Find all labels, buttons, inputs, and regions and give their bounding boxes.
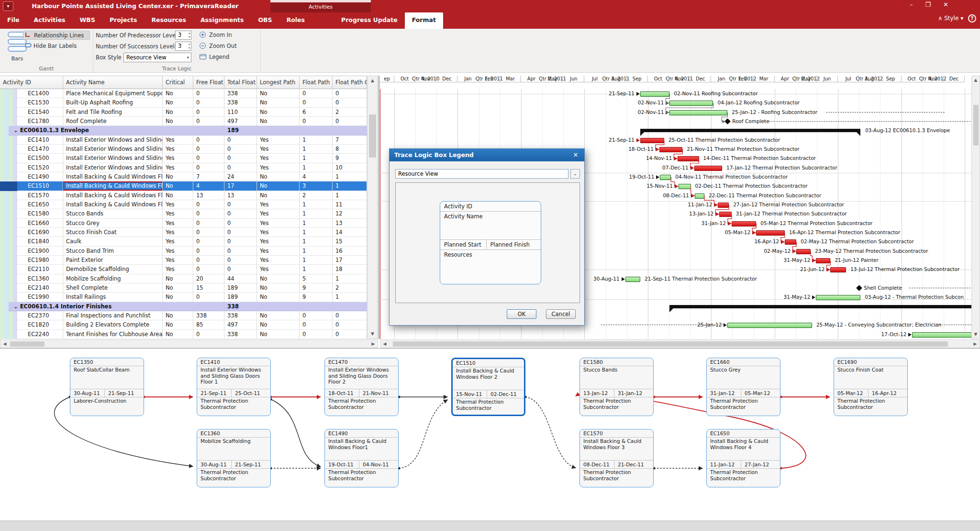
cell-total[interactable]: 497 <box>224 117 257 126</box>
cell-name[interactable]: Install Backing & Cauld Windows Floor1 <box>63 172 163 181</box>
scroll-right-icon[interactable]: ▶ <box>369 340 377 347</box>
table-row-EC1470[interactable]: EC1470Install Exterior Windows and Slidi… <box>0 145 367 154</box>
cell-fpo[interactable]: 0 <box>333 330 367 339</box>
box-style-dropdown[interactable]: Resource View▾ <box>123 53 191 62</box>
cell-critical[interactable]: Yes <box>163 219 193 228</box>
cell-total[interactable]: 338 <box>224 330 257 339</box>
cell-id[interactable]: EC1470 <box>25 145 63 154</box>
trace-box-EC1360[interactable]: EC1360Mobilize Scaffolding30-Aug-1121-Se… <box>197 429 271 487</box>
cell-name[interactable]: Paint Exterior <box>63 256 163 265</box>
cell-name[interactable]: Stucco Band Trim <box>63 247 163 256</box>
cell-id[interactable]: EC1580 <box>25 209 63 218</box>
table-row-EC1840[interactable]: EC1840CaulkYes00Yes115 <box>0 237 367 246</box>
cell-name[interactable]: Tenant Finishes for Clubhouse Areas <box>63 330 163 339</box>
cell-free[interactable]: 0 <box>193 209 224 218</box>
scrollbar-thumb[interactable] <box>10 341 45 347</box>
trace-box-EC1660[interactable]: EC1660Stucco Grey31-Jan-1205-Mar-12Therm… <box>706 358 780 416</box>
table-row-EC1570[interactable]: EC1570Install Backing & Cauld Windows Fl… <box>0 191 367 200</box>
cell-critical[interactable]: Yes <box>163 154 193 163</box>
scroll-right-icon[interactable]: ▶ <box>971 340 979 347</box>
cell-fp[interactable]: 1 <box>300 136 333 145</box>
cell-fpo[interactable]: 0 <box>333 311 367 320</box>
cell-name[interactable]: Install Exterior Windows and Sliding Gla… <box>63 154 163 163</box>
cell-name[interactable]: Install Exterior Windows and Sliding Gla… <box>63 163 163 172</box>
bars-button[interactable]: Bars <box>5 56 30 62</box>
cell-fpo[interactable]: 2 <box>333 283 367 293</box>
scrollbar-thumb[interactable] <box>973 105 979 146</box>
scroll-up-icon[interactable]: ▲ <box>368 77 377 85</box>
cell-fpo[interactable]: 13 <box>333 219 367 228</box>
cell-free[interactable]: 0 <box>193 136 224 145</box>
cell-longest[interactable]: Yes <box>257 228 300 237</box>
cancel-button[interactable]: Cancel <box>546 309 576 319</box>
cell-total[interactable]: 0 <box>224 200 257 209</box>
cell-free[interactable]: 0 <box>193 108 224 117</box>
table-row-EC1510[interactable]: EC1510Install Backing & Cauld Windows Fl… <box>0 181 367 191</box>
cell-id[interactable]: EC1990 <box>25 293 63 302</box>
cell-fpo[interactable]: 1 <box>333 172 367 181</box>
cell-critical[interactable]: Yes <box>163 237 193 246</box>
cell-fp[interactable]: 1 <box>300 237 333 246</box>
cell-total[interactable]: 0 <box>224 228 257 237</box>
hide-bar-labels-toggle[interactable]: Hide Bar Labels <box>23 42 84 51</box>
relationship-lines-toggle[interactable]: Relationship Lines <box>23 31 90 40</box>
cell-critical[interactable]: Yes <box>163 163 193 172</box>
cell-fpo[interactable]: 0 <box>333 117 367 126</box>
cell-free[interactable]: 7 <box>193 172 224 181</box>
chevron-down-icon[interactable]: ⌄ <box>570 169 580 179</box>
cell-free[interactable]: 0 <box>193 200 224 209</box>
cell-critical[interactable]: Yes <box>163 228 193 237</box>
cell-id[interactable]: EC1540 <box>25 108 63 117</box>
cell-critical[interactable]: No <box>163 283 193 293</box>
gantt-vertical-scrollbar[interactable]: ▲ ▼ <box>971 76 980 339</box>
cell-fpo[interactable]: 14 <box>333 228 367 237</box>
cell-longest[interactable]: Yes <box>257 200 300 209</box>
cell-id[interactable]: EC1530 <box>25 98 63 107</box>
cell-fpo[interactable]: 0 <box>333 98 367 107</box>
cell-fp[interactable]: 1 <box>300 247 333 256</box>
scroll-up-icon[interactable]: ▲ <box>972 77 979 84</box>
cell-longest[interactable]: No <box>257 274 300 283</box>
cell-longest[interactable]: Yes <box>257 265 300 274</box>
cell-fpo[interactable]: 1 <box>333 293 367 302</box>
style-menu[interactable]: ∧ Style ▾ ? <box>938 14 976 23</box>
table-group-row[interactable]: ⌄ EC00610.1.4 Interior Finishes338 <box>0 302 367 311</box>
cell-name[interactable]: Place Mechanical Equipment Supports <box>63 89 163 98</box>
cell-name[interactable]: Building 2 Elevators Complete <box>63 320 163 329</box>
trace-box-EC1690[interactable]: EC1690Stucco Finish Coat05-Mar-1216-Apr-… <box>834 358 908 416</box>
cell-critical[interactable]: Yes <box>163 265 193 274</box>
cell-fp[interactable]: 1 <box>300 228 333 237</box>
table-row-EC1980[interactable]: EC1980Paint ExteriorYes00Yes117 <box>0 256 367 265</box>
cell-id[interactable]: EC1490 <box>25 172 63 181</box>
table-horizontal-scrollbar[interactable]: ◀ ▶ <box>0 339 378 348</box>
table-row-EC1580[interactable]: EC1580Stucco BandsYes00Yes112 <box>0 209 367 218</box>
stepper-arrows-icon[interactable]: ▴▾ <box>189 42 190 50</box>
trace-box-EC1490[interactable]: EC1490Install Backing & Cauld Windows Fl… <box>324 429 399 487</box>
tab-resources[interactable]: Resources <box>144 12 193 29</box>
column-header-fp[interactable]: Float Path <box>300 76 333 90</box>
cell-id[interactable]: EC1410 <box>25 136 63 145</box>
cell-total[interactable]: 0 <box>224 136 257 145</box>
cell-id[interactable]: EC1840 <box>25 237 63 246</box>
cell-fpo[interactable]: 9 <box>333 154 367 163</box>
cell-free[interactable]: 0 <box>193 256 224 265</box>
help-icon[interactable]: ? <box>968 14 976 23</box>
column-header-name[interactable]: Activity Name <box>63 76 163 90</box>
table-row-EC2140[interactable]: EC2140Shell CompleteNo15189No92 <box>0 283 367 293</box>
cell-longest[interactable]: No <box>257 117 300 126</box>
cell-longest[interactable]: No <box>257 320 300 329</box>
cell-free[interactable]: 0 <box>193 89 224 98</box>
cell-id[interactable]: EC1690 <box>25 228 63 237</box>
table-row-EC1400[interactable]: EC1400Place Mechanical Equipment Support… <box>0 89 367 98</box>
cell-total[interactable]: 0 <box>224 154 257 163</box>
tab-roles[interactable]: Roles <box>279 12 312 29</box>
cell-longest[interactable]: No <box>257 172 300 181</box>
cell-total[interactable]: 17 <box>224 181 257 191</box>
cell-longest[interactable]: Yes <box>257 154 300 163</box>
cell-free[interactable]: 15 <box>193 283 224 293</box>
cell-fp[interactable]: 9 <box>300 283 333 293</box>
cell-free[interactable]: 85 <box>193 320 224 329</box>
cell-name[interactable]: Install Exterior Windows and Sliding Gla… <box>63 136 163 145</box>
cell-fpo[interactable]: 1 <box>333 274 367 283</box>
cell-fpo[interactable]: 12 <box>333 209 367 218</box>
